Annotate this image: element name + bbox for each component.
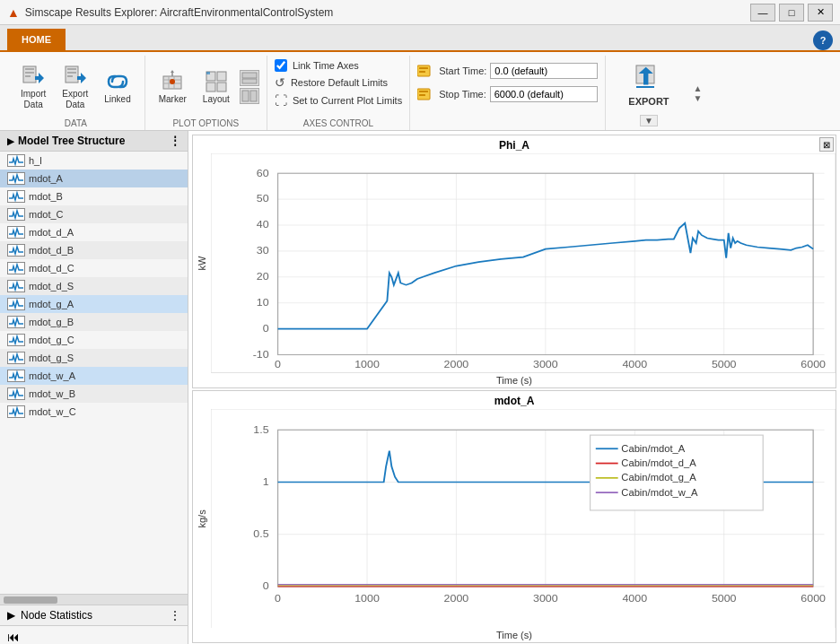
tree-item[interactable]: mdot_A xyxy=(0,170,188,187)
tree-item[interactable]: mdot_w_C xyxy=(0,403,188,421)
collapse-icon[interactable]: ▶ xyxy=(7,136,14,146)
scrollbar-thumb[interactable] xyxy=(4,596,57,604)
svg-text:1: 1 xyxy=(263,475,269,488)
marker-label: Marker xyxy=(159,94,187,105)
layout-option-2-button[interactable] xyxy=(240,88,259,104)
ribbon-scroll[interactable]: ▲ ▼ xyxy=(692,56,704,130)
signal-icon xyxy=(7,208,25,221)
node-stats-expand[interactable]: ▶ xyxy=(7,609,15,622)
plot-options-group: Marker Layout xyxy=(145,56,267,130)
left-panel: ▶ Model Tree Structure ⋮ h_l mdot_A mdot… xyxy=(0,131,188,644)
export-button[interactable]: EXPORT xyxy=(617,56,680,115)
plot-options-label: PLOT OPTIONS xyxy=(172,118,239,130)
svg-rect-3 xyxy=(25,75,31,77)
phi-a-title: Phi_A xyxy=(193,135,836,153)
app-icon: ▲ xyxy=(7,5,20,20)
svg-text:6000: 6000 xyxy=(801,359,826,370)
svg-text:0: 0 xyxy=(275,592,281,605)
restore-icon[interactable]: ↺ xyxy=(275,75,285,90)
layout-label: Layout xyxy=(203,94,230,105)
signal-icon xyxy=(7,387,25,400)
svg-text:20: 20 xyxy=(257,271,269,282)
layout-icon xyxy=(204,69,229,94)
svg-text:6000: 6000 xyxy=(801,592,826,605)
tree-item[interactable]: mdot_d_B xyxy=(0,241,188,259)
export-data-label: ExportData xyxy=(62,89,88,110)
help-button[interactable]: ? xyxy=(813,30,833,50)
export-section: EXPORT ▼ xyxy=(606,56,691,130)
horizontal-scrollbar[interactable] xyxy=(0,594,188,605)
svg-rect-31 xyxy=(419,91,428,92)
svg-text:3000: 3000 xyxy=(533,359,558,370)
start-time-label: Start Time: xyxy=(439,65,486,76)
mdot-a-x-label: Time (s) xyxy=(193,628,836,642)
tree-item[interactable]: mdot_g_C xyxy=(0,331,188,349)
import-icon xyxy=(21,64,46,89)
tab-home[interactable]: HOME xyxy=(7,29,66,50)
node-stats-left: ▶ Node Statistics xyxy=(7,609,92,622)
set-current-icon[interactable]: ⛶ xyxy=(275,93,287,108)
minimize-button[interactable]: — xyxy=(750,4,775,22)
rewind-button[interactable]: ⏮ xyxy=(7,630,20,644)
maximize-button[interactable]: □ xyxy=(779,4,804,22)
svg-text:5000: 5000 xyxy=(712,359,737,370)
signal-icon xyxy=(7,172,25,185)
svg-rect-25 xyxy=(242,91,249,101)
node-stats-menu[interactable]: ⋮ xyxy=(170,609,180,622)
mdot-a-title: mdot_A xyxy=(193,391,836,409)
tree-item[interactable]: mdot_B xyxy=(0,187,188,205)
layout-option-1-button[interactable] xyxy=(240,70,259,86)
export-dropdown[interactable]: ▼ xyxy=(640,115,658,126)
tree-item[interactable]: mdot_d_S xyxy=(0,277,188,295)
phi-a-x-label: Time (s) xyxy=(193,373,836,387)
svg-rect-20 xyxy=(206,83,215,91)
tree-item[interactable]: mdot_w_A xyxy=(0,367,188,385)
node-stats-label: Node Statistics xyxy=(21,609,92,622)
export-data-icon xyxy=(63,64,88,89)
mdot-a-svg: 1.5 1 0.5 0 0 1000 2000 3000 4000 5000 xyxy=(211,409,836,629)
start-time-input[interactable] xyxy=(490,63,598,79)
signal-icon xyxy=(7,262,25,274)
signal-icon xyxy=(7,334,25,346)
window-title: Simscape Results Explorer: AircraftEnvir… xyxy=(25,6,750,19)
svg-text:10: 10 xyxy=(257,297,269,308)
bottom-bar: ⏮ xyxy=(0,625,188,644)
mdot-a-chart-plot: 1.5 1 0.5 0 0 1000 2000 3000 4000 5000 xyxy=(211,409,836,629)
tree-item[interactable]: mdot_C xyxy=(0,205,188,223)
linked-button[interactable]: Linked xyxy=(98,65,136,109)
phi-a-y-label: kW xyxy=(193,153,211,373)
tree-item[interactable]: mdot_g_B xyxy=(0,313,188,331)
export-data-button[interactable]: ExportData xyxy=(56,59,94,115)
tree-item[interactable]: mdot_g_A xyxy=(0,295,188,313)
stop-time-input[interactable] xyxy=(490,86,598,102)
tree-item[interactable]: mdot_d_A xyxy=(0,223,188,241)
close-button[interactable]: ✕ xyxy=(808,4,833,22)
svg-text:50: 50 xyxy=(257,193,269,204)
tree-item[interactable]: mdot_w_B xyxy=(0,385,188,403)
svg-text:1.5: 1.5 xyxy=(253,423,269,436)
svg-text:30: 30 xyxy=(257,245,269,256)
data-group-label: DATA xyxy=(65,118,87,130)
signal-icon xyxy=(7,298,25,310)
set-current-row: ⛶ Set to Current Plot Limits xyxy=(275,93,402,108)
linked-icon xyxy=(105,69,130,94)
tree-item[interactable]: h_l xyxy=(0,152,188,170)
node-statistics-panel[interactable]: ▶ Node Statistics ⋮ xyxy=(0,605,188,625)
axes-control-label: AXES CONTROL xyxy=(303,118,373,130)
svg-rect-19 xyxy=(217,72,226,81)
signal-icon xyxy=(7,190,25,203)
tree-item[interactable]: mdot_d_C xyxy=(0,259,188,277)
tab-bar: HOME ? xyxy=(0,25,840,52)
phi-a-chart-plot: 60 50 40 30 20 10 0 -10 0 1000 xyxy=(211,153,836,373)
restore-row: ↺ Restore Default Limits xyxy=(275,75,402,90)
marker-button[interactable]: Marker xyxy=(153,65,193,109)
svg-rect-8 xyxy=(67,75,73,77)
set-current-label: Set to Current Plot Limits xyxy=(293,95,402,106)
import-data-button[interactable]: ImportData xyxy=(14,59,52,115)
layout-button[interactable]: Layout xyxy=(197,65,236,109)
model-tree-menu[interactable]: ⋮ xyxy=(170,135,180,147)
link-time-checkbox[interactable] xyxy=(275,59,287,72)
svg-text:2000: 2000 xyxy=(444,592,469,605)
svg-text:1000: 1000 xyxy=(354,592,380,605)
tree-item[interactable]: mdot_g_S xyxy=(0,349,188,367)
